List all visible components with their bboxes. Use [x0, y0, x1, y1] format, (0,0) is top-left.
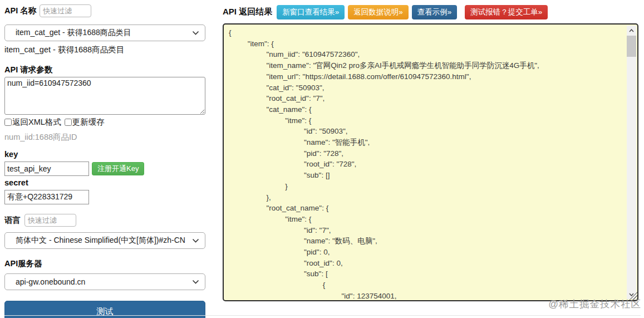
- scrollbar-thumb[interactable]: [627, 36, 636, 57]
- result-title: API 返回结果: [223, 7, 272, 17]
- api-select[interactable]: item_cat_get - 获得1688商品类目: [4, 25, 205, 41]
- report-error-ticket-button[interactable]: 测试报错？提交工单»: [465, 5, 548, 19]
- api-selected-text: item_cat_get - 获得1688商品类目: [4, 45, 205, 55]
- server-select[interactable]: api-gw.onebound.cn: [4, 273, 205, 290]
- xml-checkbox[interactable]: [4, 119, 12, 126]
- watermark-text: @稀土掘金技术社区: [548, 297, 641, 311]
- server-select-value: api-gw.onebound.cn: [16, 277, 85, 286]
- response-panel: API 返回结果 新窗口查看结果» 返回数据说明» 查看示例» 测试报错？提交工…: [223, 4, 640, 301]
- secret-label: secret: [4, 178, 205, 187]
- scrollbar-up-icon: [629, 29, 634, 32]
- api-name-label: API 名称: [4, 6, 36, 16]
- key-row: 注册开通Key: [4, 162, 205, 176]
- api-name-row: API 名称: [4, 4, 205, 17]
- api-server-label: API服务器: [4, 258, 205, 269]
- lang-select[interactable]: 简体中文 - Chinese Simplified(中文[简体])#zh-CN: [4, 232, 205, 249]
- scrollbar[interactable]: [627, 26, 636, 299]
- cache-checkbox[interactable]: [65, 119, 72, 126]
- json-result-text: { "item": { "num_iid": "610947572360", "…: [224, 25, 637, 301]
- lang-label: 语言: [4, 215, 21, 226]
- params-hint: num_iid:1688商品ID: [4, 132, 205, 143]
- secret-input[interactable]: [4, 190, 89, 204]
- scrollbar-down-icon: [629, 293, 634, 296]
- options-row: 返回XML格式 更新缓存: [4, 117, 205, 128]
- cache-checkbox-label[interactable]: 更新缓存: [65, 117, 105, 128]
- api-select-value: item_cat_get - 获得1688商品类目: [16, 28, 131, 38]
- xml-checkbox-label[interactable]: 返回XML格式: [4, 117, 61, 128]
- register-key-button[interactable]: 注册开通Key: [92, 162, 144, 175]
- lang-filter-input[interactable]: [24, 214, 76, 227]
- request-panel: API 名称 item_cat_get - 获得1688商品类目 item_ca…: [4, 4, 205, 318]
- lang-select-value: 简体中文 - Chinese Simplified(中文[简体])#zh-CN: [16, 236, 185, 246]
- key-label: key: [4, 150, 205, 159]
- api-name-filter-input[interactable]: [40, 4, 91, 17]
- chevron-down-icon: [192, 31, 199, 35]
- chevron-down-icon: [192, 238, 199, 243]
- lang-row: 语言: [4, 214, 205, 227]
- scrollbar-up-button[interactable]: [627, 26, 636, 35]
- request-params-label: API 请求参数: [4, 65, 205, 75]
- open-result-new-window-button[interactable]: 新窗口查看结果»: [277, 5, 345, 19]
- xml-checkbox-text: 返回XML格式: [12, 117, 61, 128]
- key-input[interactable]: [4, 162, 89, 176]
- bottom-divider: [4, 315, 641, 316]
- response-data-docs-button[interactable]: 返回数据说明»: [348, 5, 409, 19]
- secret-row: [4, 190, 205, 204]
- json-result-box: { "item": { "num_iid": "610947572360", "…: [223, 23, 638, 301]
- result-header: API 返回结果 新窗口查看结果» 返回数据说明» 查看示例» 测试报错？提交工…: [223, 4, 640, 19]
- view-example-button[interactable]: 查看示例»: [412, 5, 458, 19]
- cache-checkbox-text: 更新缓存: [72, 117, 105, 128]
- chevron-down-icon: [192, 280, 199, 284]
- params-textarea[interactable]: num_iid=610947572360: [4, 77, 205, 115]
